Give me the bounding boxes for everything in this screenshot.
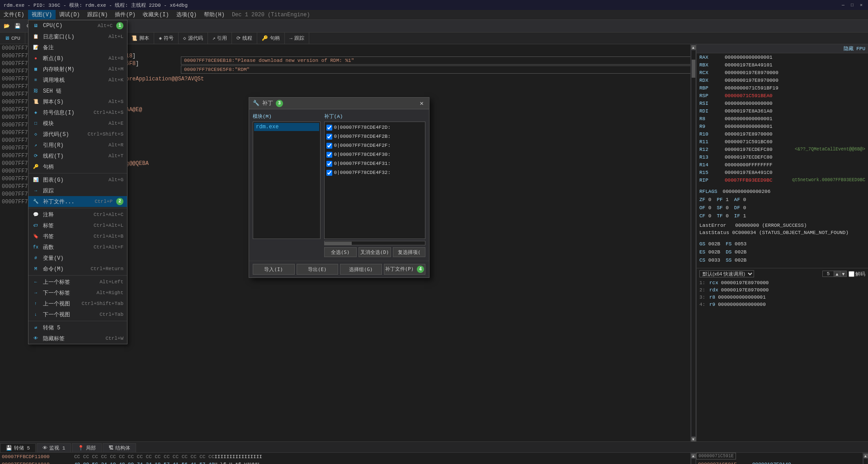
fc-spinner[interactable]: 5 ▲ ▼	[822, 271, 847, 277]
tab-struct[interactable]: 🏗 结构体	[103, 443, 136, 452]
dump-scrollbar[interactable]: ▲ ▼	[690, 453, 696, 464]
patch-close-button[interactable]: ✕	[418, 99, 425, 107]
patch-deselect-all[interactable]: 叉消全选(D)	[359, 247, 391, 257]
vm-item-notes[interactable]: 📝 备注	[28, 42, 127, 53]
cpu-scrollbar[interactable]: ▲ ▼	[690, 44, 696, 441]
stack-scroll-up[interactable]: ▲	[863, 454, 868, 458]
dump-content: 00007FFBCDF11000 CC CC CC CC CC CC CC CC…	[0, 453, 690, 464]
tab-dump[interactable]: 💾 转储 5	[0, 443, 36, 452]
vm-module-shortcut: Alt+E	[108, 121, 123, 126]
menu-help[interactable]: 帮助(H)	[200, 10, 228, 19]
sec-tool-script[interactable]: 📜 脚本	[127, 33, 154, 44]
vm-item-log[interactable]: 📋 日志窗口(L) Alt+L	[28, 31, 127, 42]
sec-tool-trace[interactable]: → 跟踪	[285, 33, 309, 44]
patch-cb-4[interactable]	[326, 152, 332, 158]
menu-debug[interactable]: 调试(D)	[56, 10, 84, 19]
cmd-menu-icon: M	[32, 267, 39, 272]
patch-cb-6[interactable]	[326, 170, 332, 176]
patch-restore[interactable]: 复选择项(	[393, 247, 425, 257]
vm-item-next-label[interactable]: → 下一个标签 Alt+Right	[28, 287, 127, 298]
vm-item-hide-tabs[interactable]: 👁 隐藏标签 Ctrl+W	[28, 333, 127, 344]
vm-callstack-label: 调用堆栈	[43, 76, 105, 84]
patch-cb-5[interactable]	[326, 161, 332, 167]
vm-item-thread[interactable]: ⟳ 线程(T) Alt+T	[28, 150, 127, 161]
menu-options[interactable]: 选项(Q)	[173, 10, 201, 19]
patch-select-all[interactable]: 全选(S)	[324, 247, 357, 257]
vm-item-func[interactable]: fx 函数 Ctrl+Alt+F	[28, 242, 127, 253]
patch-file-badge: 4	[417, 266, 424, 273]
patch-import[interactable]: 导入(I)	[253, 264, 295, 275]
vm-item-prev-label[interactable]: ← 上一个标签 Alt+Left	[28, 277, 127, 287]
sec-tool-handle[interactable]: 🔑 句柄	[257, 33, 285, 44]
patch-addr-list[interactable]: 0|00007FF78CDE4F2D: 0|00007FF78CDE4F2B: …	[324, 122, 425, 239]
patch-select-group[interactable]: 选择组(G)	[340, 264, 382, 275]
vm-item-ref[interactable]: ↗ 引用(R) Alt+R	[28, 140, 127, 150]
sec-tool-ref[interactable]: ↗ 引用	[208, 33, 232, 44]
vm-item-var[interactable]: # 变量(V)	[28, 253, 127, 263]
tab-watch[interactable]: 👁 监视 1	[37, 443, 71, 452]
scroll-down-arrow[interactable]: ▼	[691, 437, 696, 441]
menu-favorites[interactable]: 收藏夹(I)	[139, 10, 173, 19]
patch-patch-file[interactable]: 补丁文件(P) 4	[384, 264, 426, 275]
dump-scroll-track[interactable]	[692, 459, 695, 464]
vm-item-trace[interactable]: → 跟踪	[28, 185, 127, 196]
patch-cb-1[interactable]	[326, 125, 332, 131]
vm-item-script[interactable]: 📜 脚本(S) Alt+S	[28, 96, 127, 107]
patch-export[interactable]: 导出(E)	[297, 264, 339, 275]
fc-decode-check[interactable]: 解码	[849, 271, 865, 277]
patch-addr-row-3: 0|00007FF78CDE4F2F:	[326, 141, 424, 150]
vm-item-next-view[interactable]: ↓ 下一个视图 Ctrl+Tab	[28, 309, 127, 320]
stack-scroll-track[interactable]	[864, 459, 868, 464]
minimize-button[interactable]: —	[840, 2, 846, 8]
fc-spin-down[interactable]: ▼	[840, 271, 846, 277]
vm-item-label[interactable]: 🏷 标签 Ctrl+Alt+L	[28, 220, 127, 231]
vm-item-sym[interactable]: ◈ 符号信息(I) Ctrl+Alt+S	[28, 107, 127, 118]
vm-item-mem[interactable]: ▦ 内存映射(M) Alt+M	[28, 64, 127, 75]
vm-item-cmd[interactable]: M 命令(M) Ctrl+Return	[28, 263, 127, 274]
vm-item-prev-view[interactable]: ↑ 上一个视图 Ctrl+Shift+Tab	[28, 298, 127, 309]
vm-item-seh[interactable]: ⛓ SEH 链	[28, 85, 127, 96]
reg-r9: R9 0000000000000001	[697, 122, 868, 130]
patch-hscrollbar[interactable]	[324, 241, 425, 245]
fc-spin-up[interactable]: ▲	[834, 271, 840, 277]
sec-tool-sym[interactable]: ◈ 符号	[154, 33, 179, 44]
sym-menu-icon: ◈	[32, 110, 39, 115]
sec-tool-cpu[interactable]: 🖥 CPU	[0, 33, 25, 44]
close-button[interactable]: ✕	[858, 2, 864, 8]
vm-item-transfer[interactable]: ⇄ 转储 5	[28, 322, 127, 333]
vm-item-patch[interactable]: 🔧 补丁文件... Ctrl+P 2	[28, 196, 127, 207]
vm-item-cpu[interactable]: 🖥 CPU(C) Alt+C 1	[28, 20, 127, 31]
sec-tool-thread[interactable]: ⟳ 线程	[232, 33, 257, 44]
reg-r13: R13 00000197ECDEFC80	[697, 153, 868, 161]
vm-item-module[interactable]: □ 模块 Alt+E	[28, 118, 127, 129]
patch-cb-3[interactable]	[326, 143, 332, 149]
vm-item-graph[interactable]: 📊 图表(G) Alt+G	[28, 174, 127, 185]
patch-module-item[interactable]: rdm.exe	[254, 123, 319, 131]
stack-scrollbar[interactable]: ▲ ▼	[863, 453, 868, 464]
vm-item-src[interactable]: ◇ 源代码(S) Ctrl+Shift+S	[28, 129, 127, 140]
vm-item-handle[interactable]: 🔑 句柄	[28, 161, 127, 172]
fc-line-3: 3: r8 0000000000000001	[699, 294, 865, 301]
patch-module-list[interactable]: rdm.exe	[253, 122, 321, 239]
secondary-toolbar: 🖥 CPU ▦ 内存映射 ≡ 调用堆栈 ⛓ SEH 链 📜 脚本 ◈ 符号 ◇ …	[0, 33, 868, 44]
toolbar-open[interactable]: 📂	[2, 21, 12, 31]
vm-item-callstack[interactable]: ≡ 调用堆栈 Alt+K	[28, 75, 127, 85]
maximize-button[interactable]: □	[849, 2, 855, 8]
scroll-up-arrow[interactable]: ▲	[691, 45, 696, 50]
sec-tool-src[interactable]: ◇ 源代码	[179, 33, 208, 44]
vm-item-comment[interactable]: 💬 注释 Ctrl+Alt+C	[28, 209, 127, 220]
tab-locals[interactable]: 📍 局部	[72, 443, 102, 452]
menu-view[interactable]: 视图(V)	[28, 10, 56, 19]
menu-plugin[interactable]: 插件(P)	[111, 10, 139, 19]
fc-decode-checkbox[interactable]	[849, 271, 854, 277]
toolbar-save[interactable]: 💾	[13, 21, 23, 31]
fast-call-select[interactable]: 默认(x64 快速调用)	[699, 270, 754, 277]
vm-item-bp[interactable]: ● 断点(B) Alt+B	[28, 53, 127, 64]
dump-scroll-up[interactable]: ▲	[691, 454, 696, 458]
menu-file[interactable]: 文件(E)	[0, 10, 28, 19]
patch-cb-2[interactable]	[326, 134, 332, 140]
scroll-track[interactable]	[692, 51, 695, 436]
reg-header[interactable]: 隐藏 FPU	[697, 44, 868, 53]
vm-item-bookmark[interactable]: 🔖 书签 Ctrl+Alt+B	[28, 231, 127, 242]
menu-trace[interactable]: 跟踪(N)	[84, 10, 112, 19]
